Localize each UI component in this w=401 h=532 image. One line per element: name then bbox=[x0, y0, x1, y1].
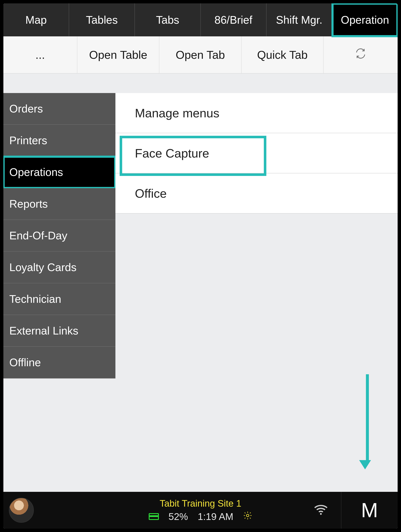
tab-tabs[interactable]: Tabs bbox=[135, 3, 200, 36]
svg-point-1 bbox=[320, 513, 322, 515]
sidebar-item-offline[interactable]: Offline bbox=[3, 347, 115, 379]
main-pane: Manage menus Face Capture Office bbox=[115, 93, 398, 492]
status-metrics: 52% 1:19 AM bbox=[149, 511, 252, 522]
tab-label: Shift Mgr. bbox=[276, 13, 322, 26]
sidebar-item-label: Orders bbox=[9, 102, 43, 115]
list-row-face-capture[interactable]: Face Capture bbox=[115, 133, 398, 173]
sidebar-item-external-links[interactable]: External Links bbox=[3, 315, 115, 347]
sidebar-item-orders[interactable]: Orders bbox=[3, 93, 115, 125]
sidebar-item-reports[interactable]: Reports bbox=[3, 188, 115, 220]
tab-label: Tables bbox=[86, 13, 118, 26]
sidebar-item-technician[interactable]: Technician bbox=[3, 283, 115, 315]
sidebar-item-label: External Links bbox=[9, 324, 78, 337]
content-area: Orders Printers Operations Reports End-O… bbox=[3, 93, 398, 492]
tab-map[interactable]: Map bbox=[3, 3, 69, 36]
tab-label: 86/Brief bbox=[214, 13, 252, 26]
more-label: ... bbox=[35, 48, 45, 61]
sidebar-item-printers[interactable]: Printers bbox=[3, 125, 115, 157]
refresh-icon bbox=[355, 47, 367, 62]
down-arrow-icon bbox=[363, 374, 371, 469]
list-row-label: Face Capture bbox=[135, 146, 209, 160]
tab-shift-mgr[interactable]: Shift Mgr. bbox=[267, 3, 332, 36]
svg-point-0 bbox=[246, 514, 249, 517]
card-icon bbox=[149, 513, 159, 520]
sidebar: Orders Printers Operations Reports End-O… bbox=[3, 93, 115, 492]
sidebar-item-operations[interactable]: Operations bbox=[3, 157, 115, 188]
tab-label: Tabs bbox=[156, 13, 179, 26]
quick-tab-button[interactable]: Quick Tab bbox=[242, 36, 324, 73]
sidebar-item-label: Printers bbox=[9, 134, 47, 147]
sidebar-item-label: Reports bbox=[9, 197, 48, 210]
more-button[interactable]: ... bbox=[3, 36, 77, 73]
tab-operation[interactable]: Operation bbox=[332, 3, 398, 36]
status-bar: Tabit Training Site 1 52% 1:19 AM bbox=[3, 492, 398, 529]
battery-text: 52% bbox=[169, 511, 188, 522]
sidebar-item-label: Loyalty Cards bbox=[9, 261, 76, 274]
tab-tables[interactable]: Tables bbox=[69, 3, 135, 36]
sidebar-item-end-of-day[interactable]: End-Of-Day bbox=[3, 220, 115, 252]
gear-icon[interactable] bbox=[243, 511, 252, 522]
sidebar-item-label: Offline bbox=[9, 356, 41, 369]
button-label: Open Table bbox=[89, 48, 147, 61]
sidebar-item-label: Technician bbox=[9, 293, 61, 305]
list-row-label: Office bbox=[135, 186, 167, 200]
top-nav: Map Tables Tabs 86/Brief Shift Mgr. Oper… bbox=[3, 3, 398, 36]
status-right: M bbox=[313, 492, 398, 529]
tab-label: Operation bbox=[341, 13, 389, 26]
refresh-button[interactable] bbox=[324, 36, 398, 73]
list: Manage menus Face Capture Office bbox=[115, 93, 398, 214]
button-label: Open Tab bbox=[176, 48, 225, 61]
m-label: M bbox=[361, 499, 378, 522]
status-center: Tabit Training Site 1 52% 1:19 AM bbox=[149, 498, 252, 522]
app-window: Map Tables Tabs 86/Brief Shift Mgr. Oper… bbox=[3, 3, 398, 529]
avatar[interactable] bbox=[9, 498, 34, 523]
button-label: Quick Tab bbox=[257, 48, 307, 61]
sidebar-item-label: Operations bbox=[9, 166, 63, 178]
m-button[interactable]: M bbox=[341, 492, 398, 529]
open-table-button[interactable]: Open Table bbox=[77, 36, 159, 73]
time-text: 1:19 AM bbox=[198, 511, 233, 522]
sidebar-item-label: End-Of-Day bbox=[9, 229, 67, 242]
site-name: Tabit Training Site 1 bbox=[160, 498, 241, 509]
action-bar: ... Open Table Open Tab Quick Tab bbox=[3, 36, 398, 74]
wifi-icon bbox=[313, 501, 341, 519]
sidebar-item-loyalty-cards[interactable]: Loyalty Cards bbox=[3, 252, 115, 283]
tab-label: Map bbox=[25, 13, 47, 26]
list-row-manage-menus[interactable]: Manage menus bbox=[115, 93, 398, 133]
tab-86brief[interactable]: 86/Brief bbox=[201, 3, 267, 36]
spacer bbox=[3, 74, 398, 93]
open-tab-button[interactable]: Open Tab bbox=[159, 36, 241, 73]
list-row-office[interactable]: Office bbox=[115, 173, 398, 214]
list-row-label: Manage menus bbox=[135, 106, 219, 120]
